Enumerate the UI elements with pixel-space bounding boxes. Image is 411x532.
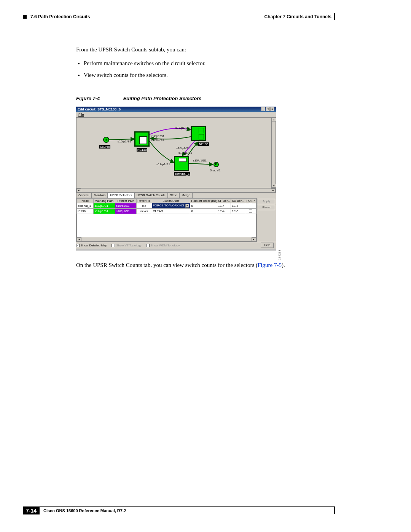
drop-node-icon[interactable]: D <box>213 162 219 167</box>
cell-holdoff: 0 <box>190 203 217 208</box>
tab-state[interactable]: State <box>168 193 180 198</box>
help-button[interactable]: Help <box>261 243 274 248</box>
reset-button[interactable]: Reset <box>258 205 275 210</box>
scroll-right-icon[interactable]: ▸ <box>271 189 276 192</box>
cell-sdber: 1E-6 <box>231 203 245 208</box>
apply-button[interactable]: Apply <box>258 199 275 204</box>
scroll-left-icon[interactable]: ◂ <box>77 237 81 241</box>
ne135-label: NE135 <box>198 142 209 146</box>
ne135-node-icon[interactable] <box>191 126 206 141</box>
link-label: s16/p1/S1 <box>176 147 190 150</box>
show-vt-topology-checkbox: Show VT Topology <box>112 244 141 247</box>
figure-title: Editing Path Protection Selectors <box>123 96 202 101</box>
intro-text: From the UPSR Switch Counts subtab, you … <box>76 45 335 55</box>
tab-upsr-selectors[interactable]: UPSR Selectors <box>108 193 134 198</box>
svg-line-1 <box>189 163 213 165</box>
col-protect-path[interactable]: Protect Path <box>115 198 136 203</box>
horizontal-scrollbar[interactable]: ◂ ▸ <box>76 188 276 193</box>
cell-holdoff: 0 <box>190 208 217 214</box>
scroll-up-icon[interactable]: ▴ <box>272 118 276 121</box>
terminal-node-icon[interactable] <box>174 156 189 171</box>
tab-general[interactable]: General <box>76 193 91 198</box>
header-bar-icon <box>334 13 335 20</box>
col-revert[interactable]: Revert Ti.. <box>137 198 152 203</box>
tabs-row: General Monitors UPSR Selectors UPSR Swi… <box>76 193 276 198</box>
link-label: s15/p1/S1 <box>118 140 131 143</box>
footer-bar-icon <box>334 507 335 514</box>
link-label: s17/p1/S1 <box>175 126 189 129</box>
source-node-icon[interactable]: S <box>103 137 109 143</box>
cell-sfber: 1E-4 <box>217 208 231 214</box>
table-row[interactable]: IE138 s17/p1/S1 s16/p1/S1 never CLEAR 0 … <box>77 208 256 214</box>
col-holdoff[interactable]: Hold-off Timer (ms) <box>190 198 217 203</box>
after-figure-text: On the UPSR Switch Counts tab, you can v… <box>76 260 335 270</box>
scroll-right-icon[interactable]: ▸ <box>252 237 256 241</box>
selectors-table[interactable]: Node Working Path Protect Path Revert Ti… <box>76 198 257 242</box>
minimize-icon[interactable]: _ <box>261 107 265 111</box>
show-wdm-topology-checkbox: Show WDM Topology <box>146 244 180 247</box>
show-detailed-map-checkbox[interactable]: ✓Show Detailed Map <box>76 244 107 247</box>
tab-merge[interactable]: Merge <box>179 193 193 198</box>
link-label: s17/p1/S1 <box>151 134 164 138</box>
vertical-scrollbar[interactable]: ▴ ▾ <box>271 117 276 188</box>
file-menu[interactable]: File <box>76 112 276 117</box>
ne138-node-icon[interactable] <box>134 131 150 147</box>
link-label: s15/p1/S1 <box>193 159 207 162</box>
cell-working-path: s17/p1/S1 <box>94 203 115 208</box>
source-label: Source <box>99 145 110 149</box>
link-label: s16/p1/S1 <box>151 138 164 141</box>
bullet-item: View switch counts for the selectors. <box>84 70 335 80</box>
page-number: 7-14 <box>23 507 40 514</box>
chapter-header: Chapter 7 Circuits and Tunnels <box>264 14 331 19</box>
cell-sfber: 1E-4 <box>217 203 231 208</box>
col-working-path[interactable]: Working Path <box>94 198 115 203</box>
link-label: s16/p1/S1 <box>178 151 192 155</box>
header-rule <box>23 22 335 22</box>
table-horizontal-scrollbar[interactable]: ◂ ▸ <box>76 237 256 241</box>
tab-monitors[interactable]: Monitors <box>91 193 108 198</box>
cell-node: erminal_1 <box>77 203 94 208</box>
cell-protect-path: s16/p1/S1 <box>115 208 136 214</box>
cell-node: IE138 <box>77 208 94 214</box>
ne138-label: NE138 <box>137 148 147 152</box>
col-node[interactable]: Node <box>77 198 94 203</box>
scroll-down-icon[interactable]: ▾ <box>272 184 276 188</box>
cell-sdber: 1E-6 <box>231 208 245 214</box>
chevron-down-icon[interactable]: ▾ <box>185 204 189 208</box>
topology-canvas[interactable]: S Source NE138 NE135 Terminal_1 D Drop #… <box>76 117 276 188</box>
col-sfber[interactable]: SF Ber... <box>217 198 231 203</box>
pdip-checkbox[interactable] <box>249 204 252 207</box>
section-header: 7.6 Path Protection Circuits <box>30 14 90 19</box>
link-label: s17/p1/S1 <box>156 163 170 166</box>
manual-title: Cisco ONS 15600 Reference Manual, R7.2 <box>43 508 126 513</box>
cell-revert: never <box>137 208 152 214</box>
cell-protect-path: s16/s1/S1 <box>115 203 136 208</box>
table-row[interactable]: erminal_1 s17/p1/S1 s16/s1/S1 0.5 FORCE … <box>77 203 256 208</box>
cell-switch-state: CLEAR <box>152 208 190 214</box>
figure-number: Figure 7-4 <box>76 96 122 101</box>
terminal-label: Terminal_1 <box>174 172 190 176</box>
figure-link[interactable]: Figure 7-5 <box>258 262 282 268</box>
window-title: Edit circuit: STS_NE138::6 <box>78 107 121 112</box>
cell-revert: 0.5 <box>137 203 152 208</box>
cell-working-path: s17/p1/S1 <box>94 208 115 214</box>
bullet-item: Perform maintenance switches on the circ… <box>84 59 335 69</box>
col-pdip[interactable]: PDI-P <box>245 198 256 203</box>
figure-screenshot: Edit circuit: STS_NE138::6 _ □ × File <box>76 107 276 251</box>
maximize-icon[interactable]: □ <box>266 107 270 111</box>
pdip-checkbox[interactable] <box>249 209 252 212</box>
scroll-left-icon[interactable]: ◂ <box>76 189 81 192</box>
col-sdber[interactable]: SD Ber... <box>231 198 245 203</box>
figure-footer: ✓Show Detailed Map Show VT Topology Show… <box>76 242 276 249</box>
close-icon[interactable]: × <box>270 107 274 111</box>
col-switch-state[interactable]: Switch State <box>152 198 190 203</box>
drop-label: Drop #1 <box>210 169 220 172</box>
tab-upsr-switch-counts[interactable]: UPSR Switch Counts <box>134 193 168 198</box>
figure-id: 134298 <box>278 250 281 260</box>
switch-state-dropdown[interactable]: FORCE TO WORKING▾ <box>152 203 190 208</box>
window-titlebar[interactable]: Edit circuit: STS_NE138::6 _ □ × <box>76 107 276 112</box>
header-square-icon <box>23 15 27 19</box>
